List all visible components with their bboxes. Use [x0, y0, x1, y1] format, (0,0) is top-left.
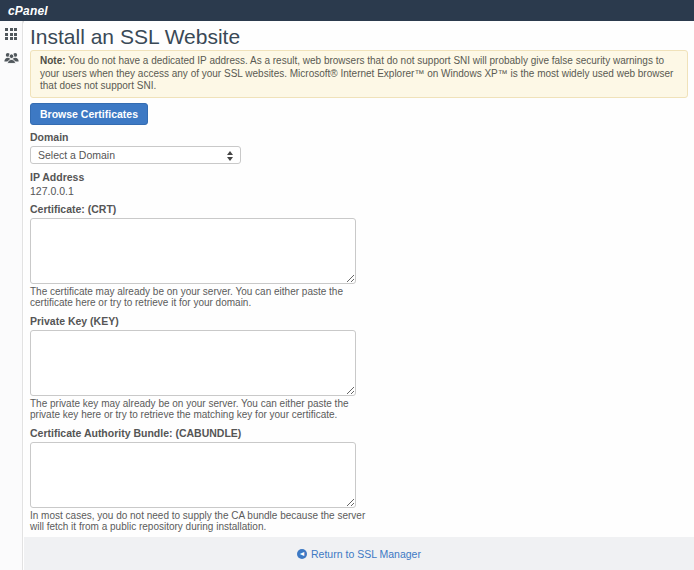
domain-select-value: Select a Domain	[38, 149, 115, 161]
domain-select[interactable]: Select a Domain	[30, 146, 241, 164]
main-content: Install an SSL Website Note: You do not …	[24, 21, 694, 570]
user-group-glyph	[4, 51, 19, 64]
certificate-textarea[interactable]	[30, 218, 356, 284]
ca-bundle-help: In most cases, you do not need to supply…	[30, 510, 366, 533]
ca-bundle-label: Certificate Authority Bundle: (CABUNDLE)	[30, 427, 688, 439]
browse-certificates-button[interactable]: Browse Certificates	[30, 103, 148, 125]
page-title: Install an SSL Website	[30, 27, 688, 47]
domain-label: Domain	[30, 131, 688, 143]
cpanel-logo: cPanel	[8, 4, 48, 18]
apps-grid-icon[interactable]	[4, 27, 19, 41]
sidebar	[0, 21, 23, 570]
arrow-circle-left-icon: ◄	[297, 549, 307, 559]
return-to-ssl-manager-link[interactable]: ◄ Return to SSL Manager	[297, 548, 421, 560]
private-key-label: Private Key (KEY)	[30, 315, 688, 327]
ip-address-label: IP Address	[30, 171, 688, 183]
sni-warning-note: Note: You do not have a dedicated IP add…	[30, 50, 688, 98]
certificate-help: The certificate may already be on your s…	[30, 286, 366, 309]
apps-grid-glyph	[5, 28, 17, 40]
ca-bundle-textarea[interactable]	[30, 442, 356, 508]
masthead: cPanel	[0, 0, 694, 21]
page-footer: ◄ Return to SSL Manager	[24, 537, 694, 570]
note-label: Note:	[40, 55, 66, 66]
private-key-help: The private key may already be on your s…	[30, 398, 366, 421]
private-key-textarea[interactable]	[30, 330, 356, 396]
select-stepper-icon	[227, 150, 234, 162]
ssl-install-page: cPanel Install an SSL Website Note: Yo	[0, 0, 694, 570]
certificate-label: Certificate: (CRT)	[30, 203, 688, 215]
return-link-label: Return to SSL Manager	[311, 548, 421, 560]
ip-address-value: 127.0.0.1	[30, 185, 688, 197]
user-group-icon[interactable]	[4, 50, 19, 64]
note-text: You do not have a dedicated IP address. …	[40, 55, 673, 91]
